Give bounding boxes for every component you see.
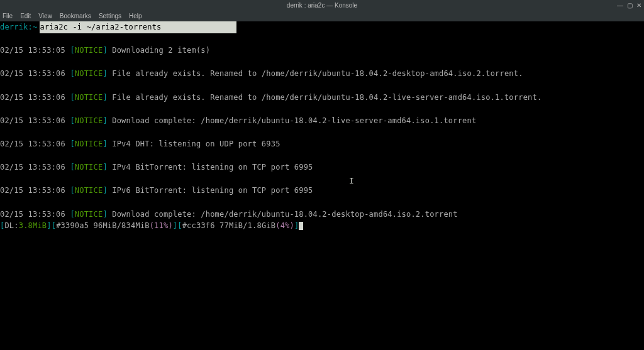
log-line: 02/15 13:53:06 [NOTICE] IPv4 BitTorrent:…: [0, 161, 644, 173]
dl-label: DL:: [4, 221, 18, 230]
log-timestamp: 02/15 13:53:05: [0, 46, 65, 55]
log-message: IPv6 BitTorrent: listening on TCP port 6…: [112, 186, 313, 195]
prompt-line: derrik:~ aria2c -i ~/aria2-torrents: [0, 21, 644, 33]
menubar: File Edit View Bookmarks Settings Help: [0, 10, 644, 21]
log-message: File already exists. Renamed to /home/de…: [112, 93, 541, 102]
status-line: [DL:3.8MiB][#3390a5 96MiB/834MiB(11%)][#…: [0, 220, 644, 232]
log-tag: NOTICE: [75, 69, 103, 78]
menu-help[interactable]: Help: [129, 13, 142, 19]
log-message: Download complete: /home/derrik/ubuntu-1…: [112, 116, 476, 125]
prompt-sep: :: [28, 21, 33, 33]
menu-settings[interactable]: Settings: [99, 13, 121, 19]
status-progress-1: 96MiB/834MiB: [94, 221, 150, 230]
log-tag: NOTICE: [75, 186, 103, 195]
log-timestamp: 02/15 13:53:06: [0, 210, 65, 219]
log-line: 02/15 13:53:06 [NOTICE] File already exi…: [0, 92, 644, 104]
command-input[interactable]: aria2c -i ~/aria2-torrents: [40, 21, 236, 33]
prompt-user: derrik: [0, 21, 28, 33]
log-message: IPv4 DHT: listening on UDP port 6935: [112, 139, 280, 148]
log-line: 02/15 13:53:06 [NOTICE] IPv6 BitTorrent:…: [0, 185, 644, 197]
text-cursor-icon: I: [349, 176, 354, 185]
log-message: IPv4 BitTorrent: listening on TCP port 6…: [112, 163, 313, 172]
log-timestamp: 02/15 13:53:06: [0, 116, 65, 125]
log-timestamp: 02/15 13:53:06: [0, 186, 65, 195]
log-line: 02/15 13:53:06 [NOTICE] IPv4 DHT: listen…: [0, 138, 644, 150]
log-tag: NOTICE: [75, 93, 103, 102]
status-progress-2: 77MiB/1.8GiB: [219, 221, 275, 230]
menu-view[interactable]: View: [38, 13, 52, 19]
log-tag: NOTICE: [75, 210, 103, 219]
prompt-cwd: ~: [33, 21, 37, 33]
log-line: 02/15 13:53:05 [NOTICE] Downloading 2 it…: [0, 45, 644, 57]
log-message: Downloading 2 item(s): [112, 46, 210, 55]
menu-file[interactable]: File: [3, 13, 13, 19]
menu-bookmarks[interactable]: Bookmarks: [60, 13, 91, 19]
status-gid-1: #3390a5: [56, 221, 89, 230]
log-timestamp: 02/15 13:53:06: [0, 163, 65, 172]
status-pct-2: 4%: [280, 221, 290, 230]
dl-speed: 3.8MiB: [19, 221, 47, 230]
status-gid-2: #cc33f6: [182, 221, 215, 230]
log-timestamp: 02/15 13:53:06: [0, 69, 65, 78]
close-button[interactable]: ✕: [636, 2, 641, 9]
menu-edit[interactable]: Edit: [20, 13, 31, 19]
log-timestamp: 02/15 13:53:06: [0, 93, 65, 102]
window-controls: — ▢ ✕: [617, 2, 641, 9]
log-message: File already exists. Renamed to /home/de…: [112, 69, 523, 78]
log-line: 02/15 13:53:06 [NOTICE] File already exi…: [0, 68, 644, 80]
log-line: 02/15 13:53:06 [NOTICE] Download complet…: [0, 209, 644, 221]
titlebar: derrik : aria2c — Konsole — ▢ ✕: [0, 0, 644, 10]
log-line: 02/15 13:53:06 [NOTICE] Download complet…: [0, 115, 644, 127]
minimize-button[interactable]: —: [617, 2, 623, 9]
log-tag: NOTICE: [75, 46, 103, 55]
terminal-output[interactable]: derrik:~ aria2c -i ~/aria2-torrents 02/1…: [0, 21, 644, 232]
status-pct-1: 11%: [154, 221, 168, 230]
log-tag: NOTICE: [75, 163, 103, 172]
log-message: Download complete: /home/derrik/ubuntu-1…: [112, 210, 457, 219]
log-timestamp: 02/15 13:53:06: [0, 139, 65, 148]
maximize-button[interactable]: ▢: [627, 2, 633, 9]
log-tag: NOTICE: [75, 116, 103, 125]
window-title: derrik : aria2c — Konsole: [287, 2, 357, 9]
terminal-cursor: [299, 222, 303, 230]
log-tag: NOTICE: [75, 139, 103, 148]
